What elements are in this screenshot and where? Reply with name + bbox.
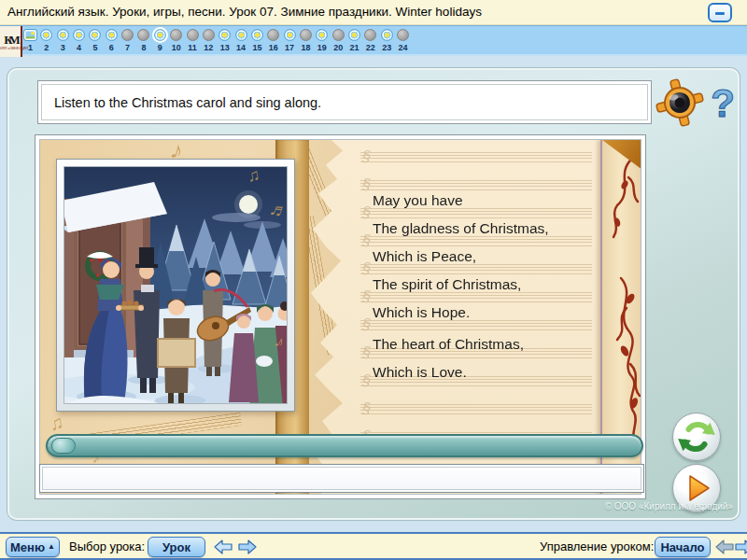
slide-thumbnail-icon: [23, 29, 37, 41]
instruction-box: Listen to the Christmas carol and sing a…: [37, 80, 652, 124]
slide-number: 19: [314, 43, 330, 52]
prev-step-button[interactable]: [714, 539, 735, 554]
question-mark-icon: ?: [706, 81, 740, 126]
nav-slide-15[interactable]: 15: [249, 26, 265, 57]
slide-number: 22: [362, 43, 378, 52]
nav-slide-11[interactable]: 11: [185, 26, 201, 57]
nav-slide-1[interactable]: 1: [22, 26, 38, 57]
lesson-control-label: Управление уроком:: [540, 534, 654, 560]
lesson-start-button-label: Начало: [660, 540, 704, 554]
nav-slide-5[interactable]: 5: [87, 26, 103, 57]
nav-slide-14[interactable]: 14: [233, 26, 249, 57]
audio-progress-bar[interactable]: [46, 434, 643, 457]
picture-frame: [56, 159, 295, 412]
nav-slide-9[interactable]: 9: [152, 26, 168, 57]
staff-lines: §: [360, 404, 592, 416]
treble-clef-icon: §: [362, 315, 371, 334]
progress-knob[interactable]: [51, 438, 76, 454]
nav-slide-2[interactable]: 2: [38, 26, 54, 57]
slide-number: 21: [346, 43, 362, 52]
slide-dot-icon: [121, 29, 134, 41]
nav-slide-3[interactable]: 3: [55, 26, 71, 57]
slide-dot-icon: [284, 29, 296, 41]
nav-slide-16[interactable]: 16: [265, 26, 281, 57]
nav-slide-4[interactable]: 4: [71, 26, 87, 57]
lesson-start-button[interactable]: Начало: [655, 537, 711, 557]
slide-dot-icon: [364, 29, 376, 41]
slide-dot-icon: [57, 29, 69, 41]
nav-slide-23[interactable]: 23: [379, 26, 395, 57]
nav-slide-6[interactable]: 6: [104, 26, 120, 57]
slide-dot-icon: [154, 29, 166, 41]
slide-dot-icon: [300, 29, 312, 41]
nav-slide-10[interactable]: 10: [168, 26, 184, 57]
nav-slide-13[interactable]: 13: [217, 26, 233, 57]
nav-slide-19[interactable]: 19: [314, 26, 330, 57]
slide-dot-icon: [332, 29, 345, 41]
slide-number: 11: [185, 43, 201, 52]
slide-number: 13: [217, 43, 233, 52]
help-button[interactable]: ?: [706, 81, 740, 126]
slide-dot-icon: [89, 29, 101, 41]
slide-number: 7: [120, 43, 135, 52]
slide-number: 8: [135, 43, 151, 52]
lyrics-line: The heart of Christmas,: [373, 330, 549, 358]
slide-number: 2: [38, 43, 54, 52]
slide-number: 14: [233, 43, 249, 52]
km-logo-monogram: КМ: [4, 34, 17, 46]
slide-dot-icon: [316, 29, 328, 41]
treble-clef-icon: §: [362, 287, 371, 306]
nav-slide-8[interactable]: 8: [135, 26, 151, 57]
slide-number: 18: [298, 43, 314, 52]
arrow-left-icon: [213, 539, 233, 554]
slide-dot-icon: [203, 29, 215, 41]
lesson-button[interactable]: Урок: [148, 537, 205, 557]
lesson-button-label: Урок: [162, 540, 190, 554]
slide-number: 20: [331, 43, 346, 52]
svg-text:?: ?: [711, 81, 735, 125]
answer-input[interactable]: [39, 464, 644, 493]
treble-clef-icon: §: [362, 259, 371, 278]
lyrics-line: Which is Love.: [373, 358, 549, 386]
play-audio-button[interactable]: [655, 78, 704, 127]
nav-slide-18[interactable]: 18: [298, 26, 314, 57]
slide-number: 5: [87, 43, 103, 52]
nav-slide-17[interactable]: 17: [282, 26, 298, 57]
menu-button-label: Меню: [10, 540, 45, 554]
nav-slide-12[interactable]: 12: [201, 26, 217, 57]
slide-number: 15: [249, 43, 265, 52]
lyrics-line: May you have: [373, 187, 549, 215]
menu-button[interactable]: Меню ▲: [6, 537, 60, 557]
bottom-bar: Меню ▲ Выбор урока: Урок Управление урок…: [0, 532, 747, 560]
slide-number: 17: [282, 43, 298, 52]
next-lesson-button[interactable]: [237, 539, 258, 554]
title-bar: Английский язык. Уроки, игры, песни. Уро…: [0, 0, 747, 25]
carol-illustration: [64, 167, 288, 404]
next-step-button[interactable]: [734, 539, 747, 554]
slide-number: 24: [395, 43, 411, 52]
slide-nav-bar: КМ КИРИЛЛ и МЕФОДИЙ 12345678910111213141…: [0, 25, 747, 56]
prev-lesson-button[interactable]: [213, 539, 233, 554]
repeat-button[interactable]: [672, 413, 721, 461]
treble-clef-icon: §: [362, 343, 371, 362]
nav-slide-22[interactable]: 22: [362, 26, 378, 57]
slide-number: 9: [152, 43, 168, 52]
slide-dot-icon: [73, 29, 85, 41]
treble-clef-icon: §: [362, 231, 371, 250]
minimize-button[interactable]: [708, 3, 732, 22]
refresh-arrows-icon: [673, 413, 720, 460]
minimize-icon: [715, 12, 725, 15]
arrow-right-icon: [734, 539, 747, 554]
nav-slide-21[interactable]: 21: [346, 26, 362, 57]
slide-number: 16: [265, 43, 281, 52]
lyrics-line: The spirit of Christmas,: [373, 271, 549, 299]
slide-dot-icon: [251, 29, 263, 41]
nav-slide-20[interactable]: 20: [331, 26, 346, 57]
treble-clef-icon: §: [362, 399, 371, 418]
lyrics-line: Which is Peace,: [373, 243, 549, 271]
arrow-left-icon: [714, 539, 735, 554]
lesson-select-label: Выбор урока:: [69, 534, 145, 560]
nav-slide-24[interactable]: 24: [395, 26, 411, 57]
nav-slide-7[interactable]: 7: [120, 26, 135, 57]
slide-number: 3: [55, 43, 71, 52]
